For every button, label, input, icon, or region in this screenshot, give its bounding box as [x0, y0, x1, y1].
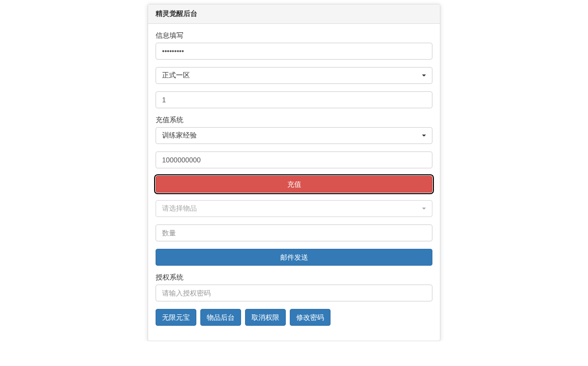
- item-select-group: 请选择物品: [156, 200, 432, 217]
- mail-button-group: 邮件发送: [156, 249, 432, 266]
- chevron-down-icon: [422, 135, 426, 137]
- server-select-group: 正式一区: [156, 67, 432, 84]
- mail-send-button[interactable]: 邮件发送: [156, 249, 432, 266]
- quantity-input[interactable]: [156, 224, 432, 241]
- quantity-group: [156, 224, 432, 241]
- panel-body: 信息填写 正式一区 充值系统 训练家经验 充值: [148, 24, 440, 341]
- player-id-input[interactable]: [156, 91, 432, 108]
- recharge-amount-input[interactable]: [156, 151, 432, 168]
- password-input[interactable]: [156, 43, 432, 60]
- main-panel: 精灵觉醒后台 信息填写 正式一区 充值系统 训练家经验 充值: [148, 4, 440, 341]
- recharge-label: 充值系统: [156, 116, 183, 125]
- item-select-placeholder: 请选择物品: [162, 204, 197, 213]
- recharge-button-group: 充值: [156, 176, 432, 193]
- recharge-type-label: 训练家经验: [162, 131, 197, 140]
- chevron-down-icon: [422, 74, 426, 76]
- recharge-amount-group: [156, 151, 432, 168]
- recharge-section: 充值系统 训练家经验: [156, 116, 432, 144]
- auth-label: 授权系统: [156, 273, 183, 282]
- panel-title: 精灵觉醒后台: [148, 4, 440, 24]
- auth-password-input[interactable]: [156, 285, 432, 301]
- item-backend-button[interactable]: 物品后台: [200, 309, 241, 326]
- info-section: 信息填写: [156, 31, 432, 60]
- action-buttons-row: 无限元宝 物品后台 取消权限 修改密码: [156, 309, 432, 326]
- recharge-type-select[interactable]: 训练家经验: [156, 127, 432, 144]
- server-select[interactable]: 正式一区: [156, 67, 432, 84]
- item-select[interactable]: 请选择物品: [156, 200, 432, 217]
- server-selected-label: 正式一区: [162, 71, 190, 80]
- cancel-auth-button[interactable]: 取消权限: [245, 309, 286, 326]
- recharge-button[interactable]: 充值: [156, 176, 432, 193]
- auth-section: 授权系统: [156, 273, 432, 301]
- info-label: 信息填写: [156, 31, 183, 40]
- unlimited-gold-button[interactable]: 无限元宝: [156, 309, 196, 326]
- player-id-group: [156, 91, 432, 108]
- change-password-button[interactable]: 修改密码: [290, 309, 331, 326]
- chevron-down-icon: [422, 208, 426, 210]
